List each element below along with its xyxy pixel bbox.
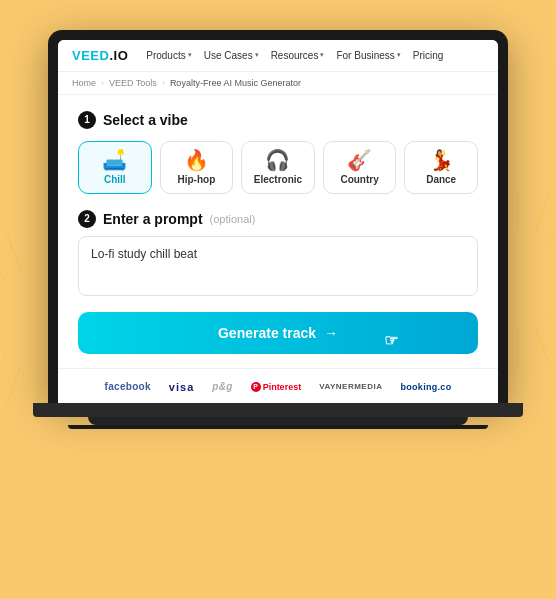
step1-header: 1 Select a vibe	[78, 111, 478, 129]
generate-button[interactable]: Generate track → ☞	[78, 312, 478, 354]
laptop-bezel: VEED.IO Products ▾ Use Cases ▾ Resources…	[48, 30, 508, 403]
breadcrumb-current: Royalty-Free AI Music Generator	[170, 78, 301, 88]
generate-label: Generate track	[218, 325, 316, 341]
svg-line-17	[7, 234, 21, 272]
chevron-down-icon: ▾	[255, 51, 259, 59]
dance-emoji: 💃	[429, 150, 454, 170]
electronic-label: Electronic	[254, 174, 302, 185]
laptop-screen: VEED.IO Products ▾ Use Cases ▾ Resources…	[58, 40, 498, 403]
laptop-foot	[68, 425, 488, 429]
site-logo[interactable]: VEED.IO	[72, 48, 128, 63]
country-label: Country	[340, 174, 378, 185]
nav-usecases[interactable]: Use Cases ▾	[204, 50, 259, 61]
client-vaynermedia: VAYNERMEDIA	[319, 382, 382, 391]
main-content: 1 Select a vibe 🛋️ Chill 🔥 Hip-hop 🎧 Ele…	[58, 95, 498, 368]
chill-emoji: 🛋️	[102, 150, 127, 170]
nav-forbusiness[interactable]: For Business ▾	[336, 50, 400, 61]
svg-line-26	[535, 326, 549, 364]
step1-title: Select a vibe	[103, 112, 188, 128]
step2-header: 2 Enter a prompt (optional)	[78, 210, 478, 228]
client-pg: P&G	[212, 381, 232, 392]
client-facebook: facebook	[105, 381, 151, 392]
nav-bar: VEED.IO Products ▾ Use Cases ▾ Resources…	[58, 40, 498, 72]
chevron-down-icon: ▾	[397, 51, 401, 59]
client-booking: Booking.co	[400, 382, 451, 392]
svg-line-16	[0, 250, 6, 281]
pinterest-icon: P	[251, 382, 261, 392]
vibe-card-electronic[interactable]: 🎧 Electronic	[241, 141, 315, 194]
client-visa: VISA	[169, 381, 194, 393]
svg-line-10	[7, 366, 21, 404]
svg-line-19	[535, 194, 549, 232]
chill-label: Chill	[104, 174, 126, 185]
laptop-mockup: VEED.IO Products ▾ Use Cases ▾ Resources…	[33, 30, 523, 570]
nav-pricing[interactable]: Pricing	[413, 50, 444, 61]
vibe-card-hiphop[interactable]: 🔥 Hip-hop	[160, 141, 234, 194]
client-pinterest: P Pinterest	[251, 382, 302, 392]
breadcrumb-separator: ›	[162, 78, 165, 88]
svg-line-11	[0, 357, 6, 388]
nav-links: Products ▾ Use Cases ▾ Resources ▾ For B…	[146, 50, 484, 61]
vibe-cards: 🛋️ Chill 🔥 Hip-hop 🎧 Electronic 🎸 Countr…	[78, 141, 478, 194]
step2-badge: 2	[78, 210, 96, 228]
nav-products[interactable]: Products ▾	[146, 50, 191, 61]
hiphop-emoji: 🔥	[184, 150, 209, 170]
breadcrumb-veed-tools[interactable]: VEED Tools	[109, 78, 157, 88]
dance-label: Dance	[426, 174, 456, 185]
prompt-optional: (optional)	[210, 213, 256, 225]
nav-resources[interactable]: Resources ▾	[271, 50, 325, 61]
vibe-card-country[interactable]: 🎸 Country	[323, 141, 397, 194]
laptop-base	[88, 417, 468, 425]
svg-line-20	[550, 210, 556, 241]
chevron-down-icon: ▾	[320, 51, 324, 59]
hiphop-label: Hip-hop	[178, 174, 216, 185]
breadcrumb-separator: ›	[101, 78, 104, 88]
prompt-input[interactable]	[78, 236, 478, 296]
clients-bar: facebook VISA P&G P Pinterest VAYNERMEDI…	[58, 368, 498, 403]
arrow-icon: →	[324, 325, 338, 341]
country-emoji: 🎸	[347, 150, 372, 170]
breadcrumb: Home › VEED Tools › Royalty-Free AI Musi…	[58, 72, 498, 95]
svg-line-25	[550, 317, 556, 348]
electronic-emoji: 🎧	[265, 150, 290, 170]
vibe-card-dance[interactable]: 💃 Dance	[404, 141, 478, 194]
chevron-down-icon: ▾	[188, 51, 192, 59]
cursor-icon: ☞	[384, 331, 398, 350]
laptop-bottom-bar	[33, 403, 523, 417]
step1-badge: 1	[78, 111, 96, 129]
vibe-card-chill[interactable]: 🛋️ Chill	[78, 141, 152, 194]
step2-title: Enter a prompt	[103, 211, 203, 227]
breadcrumb-home[interactable]: Home	[72, 78, 96, 88]
